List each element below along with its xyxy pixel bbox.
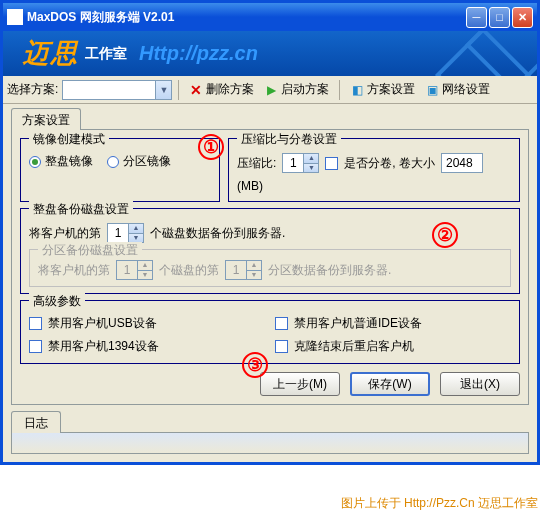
tab-log[interactable]: 日志 bbox=[11, 411, 61, 433]
partition-prefix: 将客户机的第 bbox=[38, 262, 110, 279]
full-disk-mirror-radio[interactable]: 整盘镜像 bbox=[29, 153, 93, 170]
scheme-select[interactable]: ▼ bbox=[62, 80, 172, 100]
pdisk-up: ▲ bbox=[137, 261, 152, 270]
disable-ide-label: 禁用客户机普通IDE设备 bbox=[294, 315, 422, 332]
fulldisk-disk-spinner[interactable]: 1 ▲ ▼ bbox=[107, 223, 144, 243]
banner-url: Http://pzz.cn bbox=[139, 42, 258, 65]
banner-decoration bbox=[437, 31, 537, 76]
exit-button[interactable]: 退出(X) bbox=[440, 372, 520, 396]
banner-subtitle: 工作室 bbox=[85, 45, 127, 63]
fulldisk-prefix: 将客户机的第 bbox=[29, 225, 101, 242]
tab-scheme-settings[interactable]: 方案设置 bbox=[11, 108, 81, 130]
radio-icon bbox=[107, 156, 119, 168]
advanced-group: 高级参数 禁用客户机USB设备 禁用客户机普通IDE设备 禁用客户机1394设备 bbox=[20, 300, 520, 364]
save-button[interactable]: 保存(W) bbox=[350, 372, 430, 396]
partition-suffix: 分区数据备份到服务器. bbox=[268, 262, 391, 279]
partition-part-spinner: 1 ▲ ▼ bbox=[225, 260, 262, 280]
fulldisk-disk-value: 1 bbox=[108, 224, 128, 242]
partition-mirror-radio[interactable]: 分区镜像 bbox=[107, 153, 171, 170]
disable-usb-checkbox[interactable] bbox=[29, 317, 42, 330]
reboot-after-label: 克隆结束后重启客户机 bbox=[294, 338, 414, 355]
network-icon: ▣ bbox=[425, 83, 439, 97]
scheme-settings-label: 方案设置 bbox=[367, 81, 415, 98]
delete-icon: ✕ bbox=[189, 83, 203, 97]
disable-1394-label: 禁用客户机1394设备 bbox=[48, 338, 159, 355]
ratio-label: 压缩比: bbox=[237, 155, 276, 172]
titlebar[interactable]: MaxDOS 网刻服务端 V2.01 ─ □ ✕ bbox=[3, 3, 537, 31]
partition-backup-group: 分区备份磁盘设置 将客户机的第 1 ▲ ▼ 个磁盘的第 1 bbox=[29, 249, 511, 287]
disk-up[interactable]: ▲ bbox=[128, 224, 143, 233]
banner-logo: 迈思 bbox=[23, 36, 79, 71]
close-button[interactable]: ✕ bbox=[512, 7, 533, 28]
start-scheme-label: 启动方案 bbox=[281, 81, 329, 98]
ratio-spinner[interactable]: 1 ▲ ▼ bbox=[282, 153, 319, 173]
network-settings-button[interactable]: ▣ 网络设置 bbox=[421, 79, 494, 100]
ratio-down[interactable]: ▼ bbox=[303, 163, 318, 172]
split-size-input[interactable]: 2048 bbox=[441, 153, 483, 173]
delete-scheme-label: 删除方案 bbox=[206, 81, 254, 98]
scheme-settings-button[interactable]: ◧ 方案设置 bbox=[346, 79, 419, 100]
network-settings-label: 网络设置 bbox=[442, 81, 490, 98]
split-checkbox[interactable] bbox=[325, 157, 338, 170]
partition-part-value: 1 bbox=[226, 261, 246, 279]
window-title: MaxDOS 网刻服务端 V2.01 bbox=[27, 9, 466, 26]
partition-disk-value: 1 bbox=[117, 261, 137, 279]
start-scheme-button[interactable]: ▶ 启动方案 bbox=[260, 79, 333, 100]
app-icon bbox=[7, 9, 23, 25]
partition-backup-legend: 分区备份磁盘设置 bbox=[38, 242, 142, 259]
banner: 迈思 工作室 Http://pzz.cn bbox=[3, 31, 537, 76]
maximize-button[interactable]: □ bbox=[489, 7, 510, 28]
split-label: 是否分卷, 卷大小 bbox=[344, 155, 435, 172]
ratio-up[interactable]: ▲ bbox=[303, 154, 318, 163]
compress-group: 压缩比与分卷设置 压缩比: 1 ▲ ▼ 是否分卷, 卷大小 2048 bbox=[228, 138, 520, 202]
delete-scheme-button[interactable]: ✕ 删除方案 bbox=[185, 79, 258, 100]
radio-icon bbox=[29, 156, 41, 168]
ppart-up: ▲ bbox=[246, 261, 261, 270]
ratio-value: 1 bbox=[283, 154, 303, 172]
fulldisk-suffix: 个磁盘数据备份到服务器. bbox=[150, 225, 285, 242]
partition-middle: 个磁盘的第 bbox=[159, 262, 219, 279]
main-window: MaxDOS 网刻服务端 V2.01 ─ □ ✕ 迈思 工作室 Http://p… bbox=[0, 0, 540, 465]
advanced-legend: 高级参数 bbox=[29, 293, 85, 310]
toolbar: 选择方案: ▼ ✕ 删除方案 ▶ 启动方案 ◧ 方案设置 ▣ 网络设置 bbox=[3, 76, 537, 104]
play-icon: ▶ bbox=[264, 83, 278, 97]
minimize-button[interactable]: ─ bbox=[466, 7, 487, 28]
disable-1394-checkbox[interactable] bbox=[29, 340, 42, 353]
dropdown-icon: ▼ bbox=[155, 81, 171, 99]
reboot-after-checkbox[interactable] bbox=[275, 340, 288, 353]
partition-mirror-label: 分区镜像 bbox=[123, 153, 171, 170]
split-unit: (MB) bbox=[237, 179, 263, 193]
compress-legend: 压缩比与分卷设置 bbox=[237, 131, 341, 148]
fulldisk-backup-group: 整盘备份磁盘设置 将客户机的第 1 ▲ ▼ 个磁盘数据备份到服务器. 分区备份磁… bbox=[20, 208, 520, 294]
scheme-label: 选择方案: bbox=[7, 81, 58, 98]
disable-ide-checkbox[interactable] bbox=[275, 317, 288, 330]
fulldisk-backup-legend: 整盘备份磁盘设置 bbox=[29, 201, 133, 218]
partition-disk-spinner: 1 ▲ ▼ bbox=[116, 260, 153, 280]
watermark: 图片上传于 Http://Pzz.Cn 迈思工作室 bbox=[341, 495, 538, 512]
content-area: 方案设置 镜像创建模式 整盘镜像 分区镜像 bbox=[3, 104, 537, 462]
mirror-mode-legend: 镜像创建模式 bbox=[29, 131, 109, 148]
ppart-down: ▼ bbox=[246, 270, 261, 279]
disable-usb-label: 禁用客户机USB设备 bbox=[48, 315, 157, 332]
full-disk-mirror-label: 整盘镜像 bbox=[45, 153, 93, 170]
disk-down[interactable]: ▼ bbox=[128, 233, 143, 242]
tab-panel: 镜像创建模式 整盘镜像 分区镜像 压缩比与分卷设置 bbox=[11, 129, 529, 405]
settings-icon: ◧ bbox=[350, 83, 364, 97]
log-panel bbox=[11, 432, 529, 454]
mirror-mode-group: 镜像创建模式 整盘镜像 分区镜像 bbox=[20, 138, 220, 202]
pdisk-down: ▼ bbox=[137, 270, 152, 279]
prev-button[interactable]: 上一步(M) bbox=[260, 372, 340, 396]
